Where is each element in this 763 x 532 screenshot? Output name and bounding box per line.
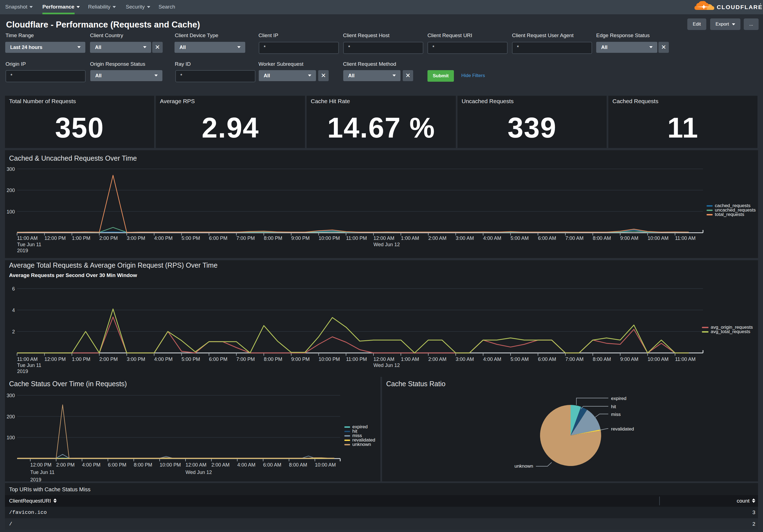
svg-text:7:00 AM: 7:00 AM — [565, 357, 584, 362]
svg-text:6:00 PM: 6:00 PM — [108, 462, 126, 468]
svg-text:miss: miss — [611, 412, 621, 417]
svg-text:11:00 AM: 11:00 AM — [17, 235, 38, 241]
svg-text:4:00 AM: 4:00 AM — [483, 357, 501, 362]
svg-text:Tue Jun 11: Tue Jun 11 — [17, 242, 41, 247]
svg-text:4:00 PM: 4:00 PM — [154, 357, 172, 362]
svg-text:2019: 2019 — [30, 477, 41, 482]
svg-text:2: 2 — [12, 329, 15, 334]
svg-text:11:00 PM: 11:00 PM — [346, 357, 367, 362]
svg-text:5:00 PM: 5:00 PM — [182, 235, 200, 241]
svg-text:5:00 AM: 5:00 AM — [510, 235, 529, 241]
svg-text:6:00 PM: 6:00 PM — [209, 235, 227, 241]
svg-text:10:00 PM: 10:00 PM — [160, 462, 181, 468]
svg-text:7:00 PM: 7:00 PM — [236, 235, 255, 241]
svg-text:4: 4 — [12, 308, 15, 313]
svg-text:2019: 2019 — [17, 369, 28, 374]
svg-text:2:00 AM: 2:00 AM — [211, 462, 230, 468]
svg-text:4:00 PM: 4:00 PM — [82, 462, 100, 468]
svg-text:expired: expired — [611, 396, 626, 401]
svg-text:8:00 AM: 8:00 AM — [593, 235, 611, 241]
svg-text:200: 200 — [7, 188, 15, 193]
svg-text:3:00 PM: 3:00 PM — [127, 235, 145, 241]
svg-text:2:00 PM: 2:00 PM — [99, 235, 118, 241]
svg-text:10:00 AM: 10:00 AM — [315, 462, 336, 468]
svg-text:11:00 PM: 11:00 PM — [346, 235, 367, 241]
svg-text:300: 300 — [7, 166, 15, 172]
svg-text:9:00 AM: 9:00 AM — [620, 357, 638, 362]
svg-text:10:00 AM: 10:00 AM — [648, 357, 669, 362]
svg-text:11:00 AM: 11:00 AM — [17, 357, 38, 362]
svg-text:6: 6 — [12, 286, 15, 292]
svg-text:12:00 AM: 12:00 AM — [185, 462, 206, 468]
svg-text:10:00 PM: 10:00 PM — [319, 235, 340, 241]
svg-text:5:00 AM: 5:00 AM — [510, 357, 529, 362]
svg-text:3:00 PM: 3:00 PM — [127, 357, 145, 362]
svg-text:Tue Jun 11: Tue Jun 11 — [30, 470, 54, 475]
svg-text:6:00 AM: 6:00 AM — [263, 462, 281, 468]
svg-text:hit: hit — [611, 404, 616, 409]
svg-text:2019: 2019 — [17, 248, 28, 253]
svg-text:7:00 PM: 7:00 PM — [236, 357, 255, 362]
svg-text:10:00 PM: 10:00 PM — [319, 357, 340, 362]
svg-text:4:00 AM: 4:00 AM — [237, 462, 256, 468]
svg-text:6:00 AM: 6:00 AM — [538, 235, 556, 241]
svg-text:Tue Jun 11: Tue Jun 11 — [17, 363, 41, 368]
svg-text:unknown: unknown — [514, 464, 533, 469]
svg-text:7:00 AM: 7:00 AM — [565, 235, 584, 241]
svg-text:1:00 PM: 1:00 PM — [72, 357, 90, 362]
svg-text:12:00 PM: 12:00 PM — [45, 357, 66, 362]
svg-text:10:00 AM: 10:00 AM — [648, 235, 669, 241]
svg-text:2:00 AM: 2:00 AM — [428, 357, 446, 362]
svg-text:9:00 AM: 9:00 AM — [620, 235, 638, 241]
svg-text:CLOUDFLARE: CLOUDFLARE — [717, 4, 763, 10]
svg-text:1:00 PM: 1:00 PM — [72, 235, 90, 241]
svg-text:3:00 AM: 3:00 AM — [456, 235, 474, 241]
svg-text:2:00 PM: 2:00 PM — [56, 462, 74, 468]
svg-text:5:00 PM: 5:00 PM — [182, 357, 200, 362]
svg-text:Wed Jun 12: Wed Jun 12 — [374, 363, 400, 368]
svg-text:4:00 PM: 4:00 PM — [154, 235, 172, 241]
svg-text:100: 100 — [7, 209, 15, 215]
svg-text:11:00 AM: 11:00 AM — [675, 357, 696, 362]
svg-text:2:00 PM: 2:00 PM — [99, 357, 118, 362]
svg-text:revalidated: revalidated — [611, 426, 634, 432]
svg-text:6:00 PM: 6:00 PM — [209, 357, 227, 362]
svg-text:12:00 AM: 12:00 AM — [374, 357, 394, 362]
svg-text:12:00 AM: 12:00 AM — [374, 235, 394, 241]
svg-text:Wed Jun 12: Wed Jun 12 — [374, 242, 400, 247]
svg-text:9:00 PM: 9:00 PM — [291, 357, 310, 362]
svg-text:12:00 PM: 12:00 PM — [45, 235, 66, 241]
svg-text:Wed Jun 12: Wed Jun 12 — [185, 470, 212, 475]
svg-text:2:00 AM: 2:00 AM — [428, 235, 446, 241]
svg-text:1:00 AM: 1:00 AM — [401, 357, 419, 362]
svg-text:9:00 PM: 9:00 PM — [291, 235, 310, 241]
svg-text:11:00 AM: 11:00 AM — [675, 235, 696, 241]
svg-text:8:00 AM: 8:00 AM — [289, 462, 307, 468]
svg-text:300: 300 — [7, 393, 15, 398]
svg-text:1:00 AM: 1:00 AM — [401, 235, 419, 241]
svg-text:100: 100 — [7, 435, 15, 440]
svg-text:200: 200 — [7, 414, 15, 419]
svg-text:12:00 PM: 12:00 PM — [30, 462, 52, 468]
svg-text:4:00 AM: 4:00 AM — [483, 235, 501, 241]
svg-text:8:00 PM: 8:00 PM — [134, 462, 152, 468]
svg-text:8:00 AM: 8:00 AM — [593, 357, 611, 362]
svg-text:8:00 PM: 8:00 PM — [264, 357, 282, 362]
svg-text:6:00 AM: 6:00 AM — [538, 357, 556, 362]
svg-text:3:00 AM: 3:00 AM — [456, 357, 474, 362]
svg-text:8:00 PM: 8:00 PM — [264, 235, 282, 241]
